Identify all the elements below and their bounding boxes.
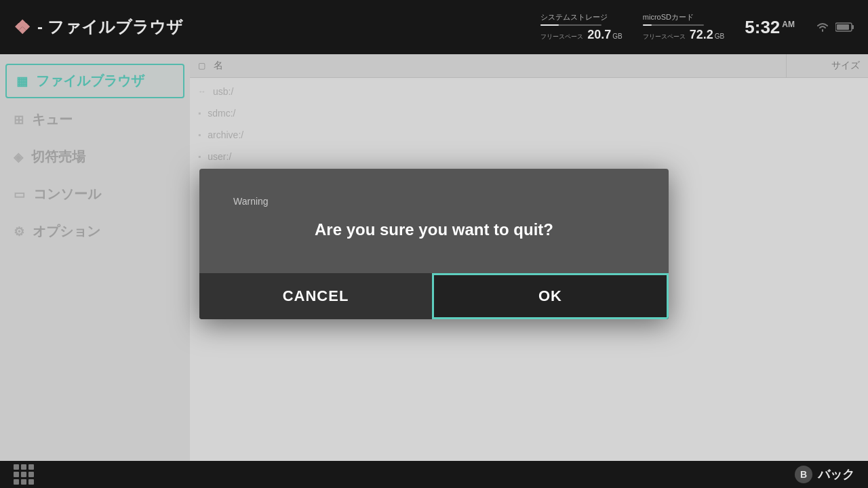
- dialog-overlay: Warning Are you sure you want to quit? C…: [0, 0, 868, 488]
- dialog-message: Are you sure you want to quit?: [233, 220, 635, 239]
- dialog-body: Warning Are you sure you want to quit?: [199, 169, 669, 273]
- dialog: Warning Are you sure you want to quit? C…: [199, 169, 669, 319]
- cancel-button[interactable]: CANCEL: [199, 273, 432, 319]
- dialog-warning-label: Warning: [233, 196, 635, 207]
- ok-button[interactable]: OK: [432, 273, 669, 319]
- dialog-buttons: CANCEL OK: [199, 273, 669, 319]
